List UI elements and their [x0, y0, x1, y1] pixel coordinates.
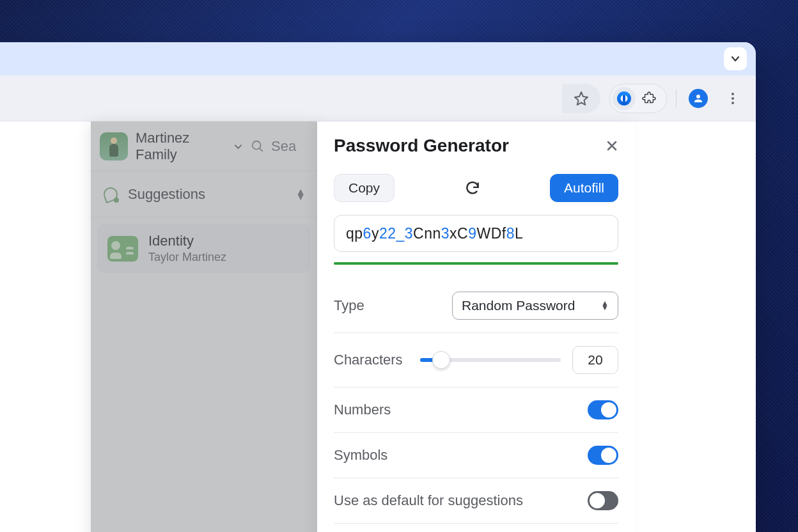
characters-slider[interactable]: [420, 358, 561, 362]
default-suggestions-toggle[interactable]: [588, 491, 618, 510]
vault-avatar-icon: [100, 132, 128, 160]
bookmark-button[interactable]: [562, 84, 600, 113]
type-label: Type: [334, 297, 364, 314]
browser-menu-button[interactable]: [720, 86, 746, 111]
star-icon: [574, 91, 589, 106]
puzzle-icon: [642, 91, 656, 106]
suggestions-label: Suggestions: [128, 186, 205, 203]
characters-label: Characters: [334, 352, 403, 368]
type-select[interactable]: Random Password ▲▼: [452, 292, 618, 320]
numbers-toggle[interactable]: [588, 400, 618, 419]
vault-selector[interactable]: Martinez Family: [136, 130, 243, 163]
password-generator-panel: Password Generator Copy Autofill qp6y22_…: [317, 121, 635, 532]
toolbar-separator: [676, 90, 677, 107]
svg-point-2: [731, 102, 734, 104]
close-button[interactable]: [606, 139, 618, 152]
kebab-icon: [726, 92, 739, 105]
onepassword-icon: [617, 91, 631, 106]
regenerate-button[interactable]: [464, 180, 481, 196]
search-placeholder: Sea: [271, 138, 296, 155]
vault-name: Martinez Family: [136, 130, 228, 163]
page-content: Martinez Family Sea Suggestions ▲▼: [0, 121, 756, 532]
search-icon: [251, 139, 265, 153]
slider-thumb[interactable]: [432, 351, 450, 369]
close-icon: [606, 139, 618, 152]
characters-input[interactable]: 20: [572, 346, 618, 374]
browser-toolbar: [0, 75, 756, 121]
svg-point-1: [731, 97, 734, 100]
stepper-icon: ▲▼: [601, 301, 609, 310]
onepassword-extension-button[interactable]: [613, 87, 636, 110]
suggestions-icon: [102, 186, 119, 203]
browser-window: Martinez Family Sea Suggestions ▲▼: [0, 42, 756, 532]
chevron-down-icon: [730, 54, 740, 64]
history-row[interactable]: Password Generator History: [334, 523, 618, 532]
generated-password-field[interactable]: qp6y22_3Cnn3xC9WDf8L: [334, 215, 618, 252]
sort-stepper-icon: ▲▼: [295, 189, 306, 199]
copy-button[interactable]: Copy: [334, 174, 395, 202]
identity-icon: [107, 236, 138, 262]
avatar-icon: [689, 89, 708, 108]
onepassword-popup: Martinez Family Sea Suggestions ▲▼: [91, 121, 317, 532]
item-title: Identity: [148, 233, 226, 249]
type-value: Random Password: [462, 298, 575, 313]
numbers-label: Numbers: [334, 402, 391, 418]
svg-point-0: [731, 93, 734, 95]
extensions-button[interactable]: [638, 88, 660, 109]
identity-item[interactable]: Identity Taylor Martinez: [97, 224, 311, 273]
panel-title: Password Generator: [334, 136, 509, 156]
tab-strip: [0, 42, 756, 75]
symbols-label: Symbols: [334, 447, 387, 464]
password-strength-bar: [334, 262, 618, 265]
symbols-toggle[interactable]: [588, 446, 618, 465]
item-subtitle: Taylor Martinez: [148, 251, 226, 264]
search-input[interactable]: Sea: [251, 138, 308, 155]
refresh-icon: [464, 180, 481, 196]
profile-button[interactable]: [685, 86, 711, 111]
autofill-button[interactable]: Autofill: [550, 174, 618, 202]
tab-search-button[interactable]: [724, 47, 747, 70]
chevron-down-icon: [233, 141, 243, 152]
vault-header: Martinez Family Sea: [91, 121, 317, 171]
extensions-pill: [609, 84, 667, 113]
suggestions-section[interactable]: Suggestions ▲▼: [91, 171, 317, 217]
default-suggestions-label: Use as default for suggestions: [334, 492, 523, 509]
